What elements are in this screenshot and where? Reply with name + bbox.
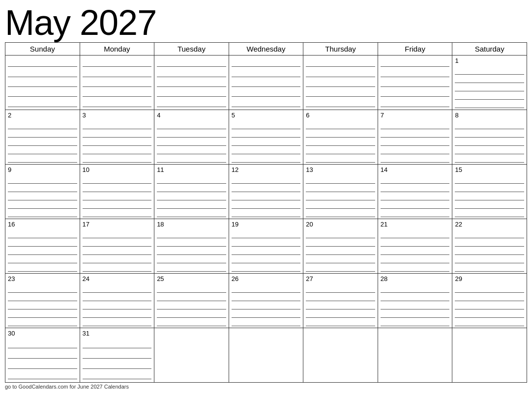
write-line[interactable] [83,310,152,318]
write-line[interactable] [306,146,375,154]
write-line[interactable] [455,84,524,91]
write-line[interactable] [157,247,226,255]
write-line[interactable] [381,255,450,263]
write-line[interactable] [306,255,375,263]
write-line[interactable] [232,138,301,146]
write-line[interactable] [381,285,450,293]
write-line[interactable] [83,293,152,301]
write-line[interactable] [381,146,450,154]
write-line[interactable] [232,255,301,263]
write-line[interactable] [157,121,226,129]
write-line[interactable] [455,293,524,301]
write-line[interactable] [8,184,77,192]
write-line[interactable] [381,239,450,247]
write-line[interactable] [232,146,301,154]
write-line[interactable] [306,184,375,192]
write-line[interactable] [157,310,226,318]
write-line[interactable] [232,184,301,192]
write-line[interactable] [83,201,152,209]
write-line[interactable] [8,318,77,326]
write-line[interactable] [232,247,301,255]
write-line[interactable] [455,176,524,184]
write-line[interactable] [232,285,301,293]
write-line[interactable] [455,302,524,309]
write-line[interactable] [455,184,524,192]
write-line[interactable] [8,121,77,129]
write-line[interactable] [306,121,375,129]
write-line[interactable] [381,138,450,146]
write-line[interactable] [232,310,301,318]
write-line[interactable] [8,209,77,217]
write-line[interactable] [232,230,301,238]
write-line[interactable] [232,209,301,217]
write-line[interactable] [232,293,301,301]
write-line[interactable] [306,209,375,217]
write-line[interactable] [306,138,375,146]
write-line[interactable] [157,293,226,301]
write-line[interactable] [455,155,524,163]
write-line[interactable] [455,67,524,75]
write-line[interactable] [381,209,450,217]
write-line[interactable] [306,155,375,163]
write-line[interactable] [83,371,152,379]
write-line[interactable] [232,176,301,184]
write-line[interactable] [83,146,152,154]
write-line[interactable] [381,310,450,318]
write-line[interactable] [381,318,450,326]
write-line[interactable] [83,130,152,138]
write-line[interactable] [8,130,77,138]
write-line[interactable] [83,155,152,163]
write-line[interactable] [306,310,375,318]
write-line[interactable] [8,351,77,359]
write-line[interactable] [455,92,524,100]
write-line[interactable] [381,155,450,163]
write-line[interactable] [232,239,301,247]
write-line[interactable] [306,293,375,301]
write-line[interactable] [455,209,524,217]
write-line[interactable] [83,361,152,369]
write-line[interactable] [306,193,375,200]
write-line[interactable] [8,255,77,263]
write-line[interactable] [455,121,524,129]
write-line[interactable] [8,155,77,163]
write-line[interactable] [381,247,450,255]
write-line[interactable] [306,247,375,255]
write-line[interactable] [157,155,226,163]
write-line[interactable] [232,318,301,326]
write-line[interactable] [455,138,524,146]
write-line[interactable] [232,201,301,209]
write-line[interactable] [157,146,226,154]
write-line[interactable] [83,285,152,293]
write-line[interactable] [381,193,450,200]
write-line[interactable] [157,176,226,184]
write-line[interactable] [83,121,152,129]
write-line[interactable] [455,310,524,318]
write-line[interactable] [455,193,524,200]
write-line[interactable] [306,285,375,293]
write-line[interactable] [8,239,77,247]
write-line[interactable] [83,247,152,255]
write-line[interactable] [8,138,77,146]
write-line[interactable] [381,176,450,184]
write-line[interactable] [83,184,152,192]
write-line[interactable] [306,318,375,326]
write-line[interactable] [157,201,226,209]
write-line[interactable] [232,121,301,129]
write-line[interactable] [83,138,152,146]
write-line[interactable] [8,247,77,255]
write-line[interactable] [157,302,226,309]
write-line[interactable] [381,302,450,309]
write-line[interactable] [455,146,524,154]
write-line[interactable] [8,302,77,309]
write-line[interactable] [381,230,450,238]
write-line[interactable] [306,264,375,272]
write-line[interactable] [83,209,152,217]
write-line[interactable] [157,184,226,192]
write-line[interactable] [455,247,524,255]
write-line[interactable] [381,130,450,138]
write-line[interactable] [232,130,301,138]
write-line[interactable] [8,201,77,209]
write-line[interactable] [381,201,450,209]
write-line[interactable] [232,302,301,309]
write-line[interactable] [83,193,152,200]
